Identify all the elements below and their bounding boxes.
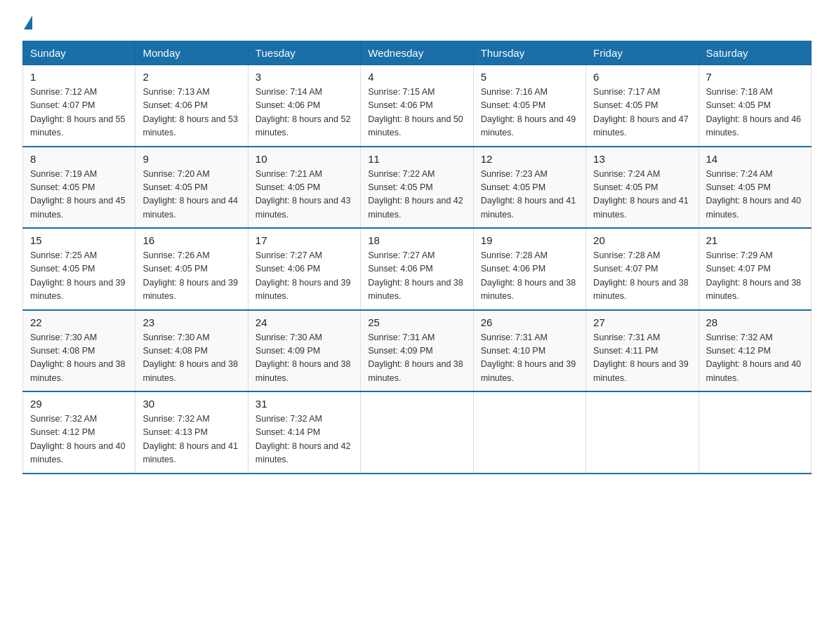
calendar-cell: 28 Sunrise: 7:32 AMSunset: 4:12 PMDaylig… — [699, 310, 811, 392]
day-info: Sunrise: 7:29 AMSunset: 4:07 PMDaylight:… — [706, 250, 802, 301]
header-monday: Monday — [135, 41, 248, 65]
day-number: 4 — [368, 71, 465, 83]
day-info: Sunrise: 7:25 AMSunset: 4:05 PMDaylight:… — [30, 250, 126, 301]
day-number: 16 — [143, 234, 240, 246]
day-info: Sunrise: 7:15 AMSunset: 4:06 PMDaylight:… — [368, 87, 463, 137]
day-info: Sunrise: 7:21 AMSunset: 4:05 PMDaylight:… — [256, 169, 351, 220]
day-number: 27 — [593, 316, 691, 328]
day-number: 19 — [481, 234, 578, 246]
calendar-cell: 4 Sunrise: 7:15 AMSunset: 4:06 PMDayligh… — [361, 65, 473, 147]
day-number: 23 — [143, 316, 240, 328]
day-info: Sunrise: 7:17 AMSunset: 4:05 PMDaylight:… — [593, 87, 689, 137]
day-number: 29 — [30, 398, 128, 410]
day-info: Sunrise: 7:31 AMSunset: 4:10 PMDaylight:… — [481, 333, 576, 383]
day-number: 3 — [256, 71, 353, 83]
day-number: 7 — [706, 71, 804, 83]
calendar-cell — [361, 391, 473, 474]
calendar-cell: 11 Sunrise: 7:22 AMSunset: 4:05 PMDaylig… — [361, 147, 473, 229]
calendar-cell: 1 Sunrise: 7:12 AMSunset: 4:07 PMDayligh… — [23, 65, 135, 147]
day-info: Sunrise: 7:24 AMSunset: 4:05 PMDaylight:… — [593, 169, 689, 220]
day-number: 28 — [706, 316, 804, 328]
calendar-cell: 17 Sunrise: 7:27 AMSunset: 4:06 PMDaylig… — [248, 228, 360, 310]
day-number: 14 — [706, 153, 804, 165]
calendar-cell: 20 Sunrise: 7:28 AMSunset: 4:07 PMDaylig… — [586, 228, 699, 310]
day-number: 5 — [481, 71, 578, 83]
calendar-cell — [473, 391, 585, 474]
day-number: 6 — [593, 71, 691, 83]
calendar-cell: 7 Sunrise: 7:18 AMSunset: 4:05 PMDayligh… — [699, 65, 811, 147]
day-number: 22 — [30, 316, 128, 328]
day-info: Sunrise: 7:31 AMSunset: 4:09 PMDaylight:… — [368, 333, 463, 383]
day-number: 26 — [481, 316, 578, 328]
header-sunday: Sunday — [23, 41, 135, 65]
day-info: Sunrise: 7:32 AMSunset: 4:12 PMDaylight:… — [706, 333, 802, 383]
day-info: Sunrise: 7:24 AMSunset: 4:05 PMDaylight:… — [706, 169, 802, 220]
calendar-week-row: 22 Sunrise: 7:30 AMSunset: 4:08 PMDaylig… — [23, 310, 812, 392]
day-number: 12 — [481, 153, 578, 165]
calendar-cell: 2 Sunrise: 7:13 AMSunset: 4:06 PMDayligh… — [135, 65, 248, 147]
calendar-cell: 25 Sunrise: 7:31 AMSunset: 4:09 PMDaylig… — [361, 310, 473, 392]
calendar-week-row: 1 Sunrise: 7:12 AMSunset: 4:07 PMDayligh… — [23, 65, 812, 147]
day-info: Sunrise: 7:12 AMSunset: 4:07 PMDaylight:… — [30, 87, 126, 137]
day-number: 30 — [143, 398, 240, 410]
calendar-table: SundayMondayTuesdayWednesdayThursdayFrid… — [22, 41, 812, 474]
day-number: 2 — [143, 71, 240, 83]
day-info: Sunrise: 7:19 AMSunset: 4:05 PMDaylight:… — [30, 169, 126, 220]
calendar-cell: 19 Sunrise: 7:28 AMSunset: 4:06 PMDaylig… — [473, 228, 585, 310]
day-number: 31 — [256, 398, 353, 410]
calendar-cell: 3 Sunrise: 7:14 AMSunset: 4:06 PMDayligh… — [248, 65, 360, 147]
calendar-cell: 8 Sunrise: 7:19 AMSunset: 4:05 PMDayligh… — [23, 147, 135, 229]
calendar-cell: 31 Sunrise: 7:32 AMSunset: 4:14 PMDaylig… — [248, 391, 360, 474]
calendar-cell: 26 Sunrise: 7:31 AMSunset: 4:10 PMDaylig… — [473, 310, 585, 392]
header-saturday: Saturday — [699, 41, 811, 65]
day-info: Sunrise: 7:27 AMSunset: 4:06 PMDaylight:… — [256, 250, 351, 301]
calendar-cell: 10 Sunrise: 7:21 AMSunset: 4:05 PMDaylig… — [248, 147, 360, 229]
logo — [22, 17, 32, 28]
calendar-cell: 29 Sunrise: 7:32 AMSunset: 4:12 PMDaylig… — [23, 391, 135, 474]
calendar-cell: 5 Sunrise: 7:16 AMSunset: 4:05 PMDayligh… — [473, 65, 585, 147]
day-number: 8 — [30, 153, 128, 165]
day-info: Sunrise: 7:32 AMSunset: 4:14 PMDaylight:… — [256, 414, 351, 464]
day-info: Sunrise: 7:13 AMSunset: 4:06 PMDaylight:… — [143, 87, 238, 137]
calendar-week-row: 29 Sunrise: 7:32 AMSunset: 4:12 PMDaylig… — [23, 391, 812, 474]
day-number: 20 — [593, 234, 691, 246]
day-number: 1 — [30, 71, 128, 83]
header-thursday: Thursday — [473, 41, 585, 65]
day-info: Sunrise: 7:32 AMSunset: 4:13 PMDaylight:… — [143, 414, 238, 464]
day-info: Sunrise: 7:18 AMSunset: 4:05 PMDaylight:… — [706, 87, 802, 137]
calendar-cell — [586, 391, 699, 474]
day-info: Sunrise: 7:31 AMSunset: 4:11 PMDaylight:… — [593, 333, 689, 383]
day-info: Sunrise: 7:26 AMSunset: 4:05 PMDaylight:… — [143, 250, 238, 301]
calendar-cell: 12 Sunrise: 7:23 AMSunset: 4:05 PMDaylig… — [473, 147, 585, 229]
calendar-cell: 23 Sunrise: 7:30 AMSunset: 4:08 PMDaylig… — [135, 310, 248, 392]
calendar-cell: 18 Sunrise: 7:27 AMSunset: 4:06 PMDaylig… — [361, 228, 473, 310]
calendar-week-row: 8 Sunrise: 7:19 AMSunset: 4:05 PMDayligh… — [23, 147, 812, 229]
calendar-cell — [699, 391, 811, 474]
day-info: Sunrise: 7:30 AMSunset: 4:08 PMDaylight:… — [143, 333, 238, 383]
logo-triangle-icon — [24, 15, 32, 29]
day-info: Sunrise: 7:23 AMSunset: 4:05 PMDaylight:… — [481, 169, 576, 220]
calendar-header-row: SundayMondayTuesdayWednesdayThursdayFrid… — [23, 41, 812, 65]
day-info: Sunrise: 7:30 AMSunset: 4:09 PMDaylight:… — [256, 333, 351, 383]
day-info: Sunrise: 7:14 AMSunset: 4:06 PMDaylight:… — [256, 87, 351, 137]
day-info: Sunrise: 7:20 AMSunset: 4:05 PMDaylight:… — [143, 169, 238, 220]
calendar-cell: 15 Sunrise: 7:25 AMSunset: 4:05 PMDaylig… — [23, 228, 135, 310]
calendar-cell: 16 Sunrise: 7:26 AMSunset: 4:05 PMDaylig… — [135, 228, 248, 310]
header-tuesday: Tuesday — [248, 41, 360, 65]
calendar-cell: 6 Sunrise: 7:17 AMSunset: 4:05 PMDayligh… — [586, 65, 699, 147]
day-number: 21 — [706, 234, 804, 246]
day-number: 17 — [256, 234, 353, 246]
calendar-cell: 22 Sunrise: 7:30 AMSunset: 4:08 PMDaylig… — [23, 310, 135, 392]
day-info: Sunrise: 7:28 AMSunset: 4:07 PMDaylight:… — [593, 250, 689, 301]
day-info: Sunrise: 7:27 AMSunset: 4:06 PMDaylight:… — [368, 250, 463, 301]
day-number: 25 — [368, 316, 465, 328]
calendar-cell: 27 Sunrise: 7:31 AMSunset: 4:11 PMDaylig… — [586, 310, 699, 392]
calendar-cell: 13 Sunrise: 7:24 AMSunset: 4:05 PMDaylig… — [586, 147, 699, 229]
day-number: 11 — [368, 153, 465, 165]
calendar-cell: 24 Sunrise: 7:30 AMSunset: 4:09 PMDaylig… — [248, 310, 360, 392]
day-number: 9 — [143, 153, 240, 165]
day-info: Sunrise: 7:16 AMSunset: 4:05 PMDaylight:… — [481, 87, 576, 137]
day-info: Sunrise: 7:30 AMSunset: 4:08 PMDaylight:… — [30, 333, 126, 383]
day-info: Sunrise: 7:22 AMSunset: 4:05 PMDaylight:… — [368, 169, 463, 220]
day-number: 24 — [256, 316, 353, 328]
